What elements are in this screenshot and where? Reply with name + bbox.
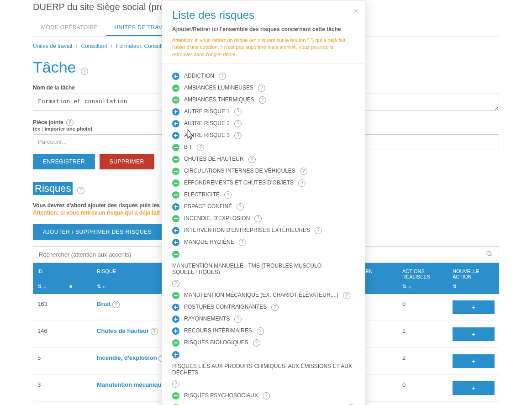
- remove-risk-icon[interactable]: [172, 96, 179, 104]
- risk-list-modal: × Liste des risques Ajouter/Retirer ici …: [162, 0, 365, 405]
- risk-list-item: ELECTRICITÉ?: [172, 189, 355, 201]
- risk-list-item: MANUTENTION MÉCANIQUE (EX: CHARIOT ÉLÉVA…: [172, 289, 355, 301]
- risk-list-item: CHUTES DE HAUTEUR?: [172, 153, 355, 165]
- risk-item-label: RAYONNEMENTS: [184, 316, 230, 322]
- risk-item-help-icon[interactable]: ?: [234, 132, 242, 139]
- risk-item-help-icon[interactable]: ?: [237, 203, 244, 210]
- modal-warning: Attention: si vous retirez un risque (en…: [172, 37, 355, 58]
- risk-list-item: B T?: [172, 142, 355, 153]
- risk-list-item: EFFONDREMENTS ET CHUTES D'OBJETS?: [172, 177, 355, 189]
- risk-item-help-icon[interactable]: ?: [298, 179, 306, 187]
- modal-close-icon[interactable]: ×: [353, 7, 358, 15]
- risk-item-help-icon[interactable]: ?: [259, 96, 266, 104]
- risk-list-item: AUTRE RISQUE 1?: [172, 106, 355, 118]
- risk-item-help-icon[interactable]: ?: [234, 108, 242, 116]
- risk-item-label: ADDICTION: [184, 73, 214, 79]
- add-risk-icon[interactable]: [172, 120, 179, 127]
- risk-item-help-icon[interactable]: ?: [258, 84, 265, 92]
- risk-item-label: RISQUES PSYCHOSOCIAUX: [184, 392, 258, 399]
- risk-item-label: B T: [184, 144, 192, 150]
- risk-item-help-icon[interactable]: ?: [219, 73, 226, 80]
- risk-list-item: AUTRE RISQUE 3?: [172, 130, 355, 142]
- risk-item-label: AUTRE RISQUE 3: [184, 132, 230, 138]
- risk-item-label: MANUTENTION MÉCANIQUE (EX: CHARIOT ÉLÉVA…: [184, 292, 338, 298]
- risk-item-label: RISQUES LIÉS AUX PRODUITS CHIMIQUES, AUX…: [172, 363, 355, 376]
- risk-item-label: CIRCULATIONS INTERNES DE VÉHICULES: [184, 168, 295, 174]
- risk-list-item: POSTURES CONTRAIGNANTES?: [172, 301, 355, 313]
- risk-list-item: RISQUES ROUTIERS (MISSIONS, TRAJET DOMIC…: [172, 402, 355, 405]
- modal-title: Liste des risques: [172, 9, 355, 21]
- risk-list-item: RECOURS INTÉRIMAIRES?: [172, 325, 355, 337]
- risk-list-item: MANQUE HYGIÈNE?: [172, 237, 355, 248]
- add-risk-icon[interactable]: [172, 132, 179, 139]
- risk-item-help-icon[interactable]: ?: [263, 392, 270, 400]
- remove-risk-icon[interactable]: [172, 292, 179, 299]
- risk-item-help-icon[interactable]: ?: [234, 120, 242, 127]
- risk-item-label: AUTRE RISQUE 1: [184, 108, 230, 115]
- risk-item-help-icon[interactable]: ?: [197, 144, 204, 151]
- risk-list-item: INCENDIE, D'EXPLOSION?: [172, 213, 355, 225]
- add-risk-icon[interactable]: [172, 239, 179, 246]
- risk-list-item: ESPACE CONFINÉ?: [172, 201, 355, 213]
- risk-item-help-icon[interactable]: ?: [239, 239, 246, 246]
- risk-item-help-icon[interactable]: ?: [172, 280, 179, 287]
- risk-item-label: RISQUES BIOLOGIQUES: [184, 339, 248, 346]
- risk-item-label: CHUTES DE HAUTEUR: [184, 156, 244, 162]
- risk-item-help-icon[interactable]: ?: [248, 156, 256, 163]
- risk-list-item: RAYONNEMENTS?: [172, 313, 355, 325]
- risk-item-help-icon[interactable]: ?: [300, 168, 307, 175]
- risk-item-help-icon[interactable]: ?: [271, 304, 279, 311]
- risk-list-item: AMBIANCES LUMINEUSES?: [172, 82, 355, 94]
- risk-list-item: ADDICTION?: [172, 70, 355, 82]
- risk-item-label: ELECTRICITÉ: [184, 191, 220, 198]
- add-risk-icon[interactable]: [172, 316, 179, 323]
- risk-item-label: RECOURS INTÉRIMAIRES: [184, 327, 252, 334]
- risk-item-help-icon[interactable]: ?: [234, 316, 242, 323]
- add-risk-icon[interactable]: [172, 227, 179, 234]
- risk-item-help-icon[interactable]: ?: [224, 191, 232, 199]
- risk-item-label: INTERVENTION D'ENTREPRISES EXTÉRIEURES: [184, 227, 310, 233]
- risk-item-label: INCENDIE, D'EXPLOSION: [184, 215, 250, 221]
- risk-item-label: AUTRE RISQUE 2: [184, 120, 230, 126]
- add-risk-icon[interactable]: [172, 304, 179, 311]
- add-risk-icon[interactable]: [172, 351, 179, 358]
- risk-list-item: CIRCULATIONS INTERNES DE VÉHICULES?: [172, 165, 355, 177]
- risk-item-label: AMBIANCES THERMIQUES: [184, 96, 254, 103]
- remove-risk-icon[interactable]: [172, 339, 179, 347]
- add-risk-icon[interactable]: [172, 327, 179, 335]
- risk-item-label: EFFONDREMENTS ET CHUTES D'OBJETS: [184, 179, 294, 186]
- remove-risk-icon[interactable]: [172, 251, 179, 258]
- risk-item-help-icon[interactable]: ?: [254, 215, 262, 222]
- remove-risk-icon[interactable]: [172, 168, 179, 175]
- risk-list-item: RISQUES BIOLOGIQUES?: [172, 337, 355, 349]
- risk-item-help-icon[interactable]: ?: [253, 339, 260, 347]
- risk-list-item: AMBIANCES THERMIQUES?: [172, 94, 355, 106]
- risk-item-help-icon[interactable]: ?: [257, 327, 264, 335]
- risk-list-item: RISQUES LIÉS AUX PRODUITS CHIMIQUES, AUX…: [172, 349, 355, 390]
- add-risk-icon[interactable]: [172, 73, 179, 80]
- remove-risk-icon[interactable]: [172, 156, 179, 163]
- risk-item-label: ESPACE CONFINÉ: [184, 203, 232, 210]
- risk-item-help-icon[interactable]: ?: [315, 227, 322, 234]
- risk-item-label: POSTURES CONTRAIGNANTES: [184, 304, 267, 310]
- remove-risk-icon[interactable]: [172, 179, 179, 187]
- add-risk-icon[interactable]: [172, 203, 179, 210]
- risk-item-label: MANUTENTION MANUELLE - TMS (TROUBLES MUS…: [172, 263, 355, 275]
- risk-list-item: RISQUES PSYCHOSOCIAUX?: [172, 390, 355, 402]
- risk-item-help-icon[interactable]: ?: [343, 292, 350, 299]
- risk-list-item: AUTRE RISQUE 2?: [172, 118, 355, 130]
- risk-item-label: AMBIANCES LUMINEUSES: [184, 84, 253, 91]
- risk-item-label: MANQUE HYGIÈNE: [184, 239, 234, 245]
- risk-list-item: INTERVENTION D'ENTREPRISES EXTÉRIEURES?: [172, 225, 355, 237]
- remove-risk-icon[interactable]: [172, 392, 179, 400]
- remove-risk-icon[interactable]: [172, 84, 179, 92]
- remove-risk-icon[interactable]: [172, 191, 179, 199]
- risk-item-help-icon[interactable]: ?: [172, 380, 179, 388]
- risk-list-item: MANUTENTION MANUELLE - TMS (TROUBLES MUS…: [172, 248, 355, 289]
- remove-risk-icon[interactable]: [172, 144, 179, 151]
- remove-risk-icon[interactable]: [172, 215, 179, 222]
- add-risk-icon[interactable]: [172, 108, 179, 116]
- modal-subtitle: Ajouter/Retirer ici l'ensemble des risqu…: [172, 26, 355, 32]
